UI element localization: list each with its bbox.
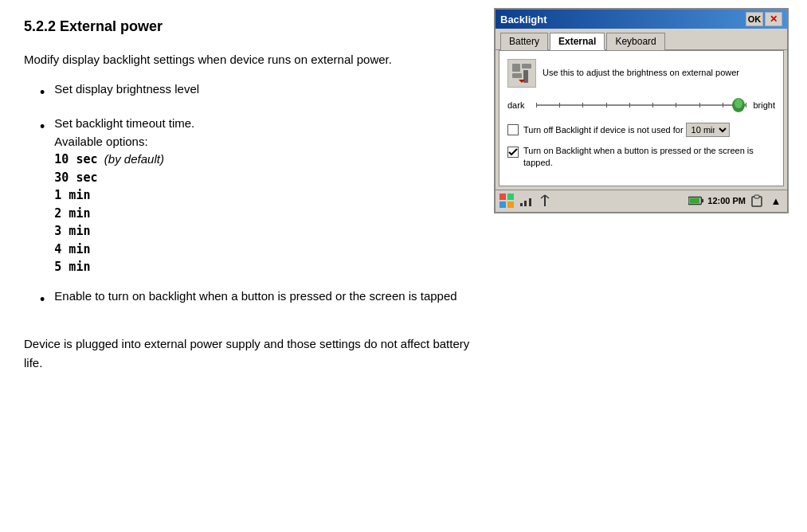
turnoff-label: Turn off Backlight if device is not used… <box>523 123 775 137</box>
slider-ticks <box>536 103 746 108</box>
turnoff-checkbox[interactable] <box>507 124 519 135</box>
brightness-icon <box>507 59 536 88</box>
slider-tick <box>629 103 630 108</box>
tab-external[interactable]: External <box>550 33 605 50</box>
dialog-content: Use this to adjust the brightness on ext… <box>499 50 784 186</box>
slider-tick <box>536 103 537 108</box>
ok-button[interactable]: OK <box>746 12 763 26</box>
svg-rect-19 <box>690 198 700 203</box>
svg-rect-18 <box>702 199 704 203</box>
turnon-label: Turn on Backlight when a button is press… <box>523 145 775 170</box>
windows-start-icon <box>499 194 514 208</box>
tab-battery[interactable]: Battery <box>500 33 548 50</box>
wifi-signal-icon <box>519 194 533 208</box>
svg-rect-12 <box>524 201 527 206</box>
slider-tick <box>723 103 723 108</box>
svg-point-6 <box>735 99 742 108</box>
timeout-dropdown[interactable]: 10 min 30 sec 1 min 2 min 3 min 4 min 5 … <box>686 123 730 137</box>
brightness-slider[interactable] <box>536 99 746 111</box>
antenna-icon[interactable] <box>537 193 553 209</box>
taskbar-time: 12:00 PM <box>707 196 746 205</box>
dialog-title-buttons: OK ✕ <box>746 12 782 26</box>
svg-rect-1 <box>522 64 531 68</box>
footer-note: Device is plugged into external power su… <box>24 334 470 373</box>
slider-tick <box>559 103 560 108</box>
svg-rect-10 <box>507 201 514 208</box>
slider-tick <box>652 103 653 108</box>
slider-thumb-icon <box>731 97 746 113</box>
start-icon[interactable] <box>499 193 515 209</box>
battery-indicator-icon <box>688 196 704 205</box>
turnoff-label-text: Turn off Backlight if device is not used… <box>523 125 684 135</box>
intro-text: Modify display backlight settings when d… <box>24 50 470 69</box>
svg-rect-2 <box>512 73 522 78</box>
bullet-text: Set display brightness level <box>54 80 470 99</box>
slider-tick <box>699 103 700 108</box>
tool-icon <box>511 62 533 84</box>
checkmark-icon <box>508 147 518 157</box>
antenna-signal-icon <box>538 194 552 208</box>
left-content-panel: 5.2.2 External power Modify display back… <box>0 0 494 532</box>
taskbar-right: 12:00 PM ▲ <box>688 193 784 209</box>
page-title: 5.2.2 External power <box>24 16 470 37</box>
svg-rect-3 <box>523 70 528 83</box>
slider-label-bright: bright <box>751 100 775 110</box>
svg-rect-7 <box>499 194 506 200</box>
clipboard-icon <box>750 194 763 207</box>
list-item: • Enable to turn on backlight when a but… <box>40 288 470 311</box>
taskbar-left <box>499 193 553 209</box>
bullet-list: • Set display brightness level • Set bac… <box>40 80 470 311</box>
svg-rect-0 <box>512 64 520 72</box>
bullet-dot: • <box>40 116 45 138</box>
bullet-text: Enable to turn on backlight when a butto… <box>54 288 470 306</box>
dialog-title: Backlight <box>500 14 746 25</box>
svg-rect-8 <box>507 194 514 200</box>
dialog-box: Backlight OK ✕ Battery External Keyboard <box>494 8 789 213</box>
list-item: • Set display brightness level <box>40 80 470 104</box>
bullet-text: Set backlight timeout time. Available op… <box>54 115 470 276</box>
checkbox-turnoff-row: Turn off Backlight if device is not used… <box>507 123 775 137</box>
right-panel: Backlight OK ✕ Battery External Keyboard <box>494 0 807 532</box>
battery-icon <box>688 193 704 209</box>
bullet-dot: • <box>40 289 45 311</box>
slider-label-dark: dark <box>507 100 531 110</box>
bullet-dot: • <box>40 82 45 104</box>
brightness-description: Use this to adjust the brightness on ext… <box>543 67 775 79</box>
dialog-titlebar: Backlight OK ✕ <box>496 10 787 29</box>
slider-tick <box>676 103 676 108</box>
tab-keyboard[interactable]: Keyboard <box>606 33 664 50</box>
list-item: • Set backlight timeout time. Available … <box>40 115 470 276</box>
checkbox-turnon-row: Turn on Backlight when a button is press… <box>507 145 775 170</box>
dialog-tabs: Battery External Keyboard <box>496 29 787 50</box>
slider-thumb[interactable] <box>731 97 746 113</box>
slider-tick <box>582 103 583 108</box>
slider-tick <box>606 103 607 108</box>
svg-rect-21 <box>754 195 759 198</box>
up-arrow-icon[interactable]: ▲ <box>768 193 784 209</box>
brightness-row: Use this to adjust the brightness on ext… <box>507 59 775 88</box>
wifi-icon[interactable] <box>518 193 534 209</box>
close-button[interactable]: ✕ <box>765 12 782 26</box>
svg-rect-13 <box>529 198 531 206</box>
taskbar-extra-icon[interactable] <box>749 193 765 209</box>
turnon-checkbox[interactable] <box>507 147 519 158</box>
svg-rect-11 <box>520 203 523 206</box>
slider-row: dark <box>507 99 775 111</box>
svg-rect-9 <box>499 201 506 208</box>
taskbar: 12:00 PM ▲ <box>496 190 787 212</box>
